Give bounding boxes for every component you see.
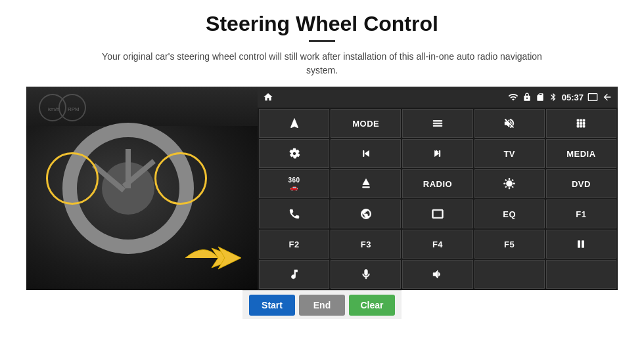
- title-divider: [309, 40, 335, 42]
- btn-f3[interactable]: F3: [331, 230, 401, 259]
- content-area: km/h RPM: [26, 87, 618, 290]
- btn-dvd[interactable]: DVD: [546, 169, 616, 198]
- btn-navigate[interactable]: [259, 109, 329, 138]
- btn-playpause[interactable]: [546, 230, 616, 259]
- status-left-icons: [263, 92, 273, 102]
- sd-icon: [536, 93, 545, 102]
- btn-empty2: [546, 260, 616, 289]
- end-button[interactable]: End: [299, 295, 345, 316]
- btn-mute[interactable]: [474, 109, 545, 138]
- back-icon: [602, 92, 612, 102]
- wifi-icon: [508, 92, 518, 102]
- btn-media[interactable]: MEDIA: [546, 139, 616, 168]
- btn-eject[interactable]: [331, 169, 401, 198]
- action-bar: Start End Clear: [242, 290, 402, 319]
- svg-text:km/h: km/h: [48, 106, 59, 112]
- btn-mode[interactable]: MODE: [331, 109, 401, 138]
- btn-empty1: [474, 260, 545, 289]
- screen-mirror-icon: [587, 92, 598, 102]
- btn-f2[interactable]: F2: [259, 230, 329, 259]
- status-time: 05:37: [562, 93, 584, 102]
- status-bar: 05:37: [258, 87, 618, 108]
- page-container: Steering Wheel Control Your original car…: [0, 0, 644, 357]
- svg-text:RPM: RPM: [68, 106, 80, 112]
- btn-music[interactable]: [259, 260, 329, 289]
- start-button[interactable]: Start: [249, 295, 295, 316]
- btn-vol-phone[interactable]: [402, 260, 472, 289]
- btn-mic[interactable]: [331, 260, 401, 289]
- btn-brightness[interactable]: [474, 169, 545, 198]
- button-grid: MODE: [258, 108, 618, 290]
- btn-phone[interactable]: [259, 200, 329, 228]
- btn-f1[interactable]: F1: [546, 200, 616, 228]
- btn-globe[interactable]: [331, 200, 401, 228]
- btn-list[interactable]: [402, 109, 472, 138]
- lock-icon: [522, 93, 532, 102]
- page-title: Steering Wheel Control: [206, 12, 438, 36]
- direction-arrow: [179, 235, 244, 284]
- status-right-icons: 05:37: [508, 92, 612, 102]
- btn-next[interactable]: [402, 139, 472, 168]
- bluetooth-icon: [549, 93, 558, 102]
- btn-f5[interactable]: F5: [474, 230, 545, 259]
- btn-360cam[interactable]: 360🚗: [259, 169, 329, 198]
- steering-wheel-image: km/h RPM: [26, 87, 258, 290]
- btn-f4[interactable]: F4: [402, 230, 472, 259]
- btn-eq[interactable]: EQ: [474, 200, 545, 228]
- btn-apps[interactable]: [546, 109, 616, 138]
- page-subtitle: Your original car's steering wheel contr…: [85, 50, 559, 77]
- btn-settings[interactable]: [259, 139, 329, 168]
- btn-tv[interactable]: TV: [474, 139, 545, 168]
- btn-prev[interactable]: [331, 139, 401, 168]
- btn-display[interactable]: [402, 200, 472, 228]
- clear-button[interactable]: Clear: [349, 295, 395, 316]
- btn-radio[interactable]: RADIO: [402, 169, 472, 198]
- home-icon: [263, 92, 273, 102]
- control-panel: 05:37 MODE: [258, 87, 618, 290]
